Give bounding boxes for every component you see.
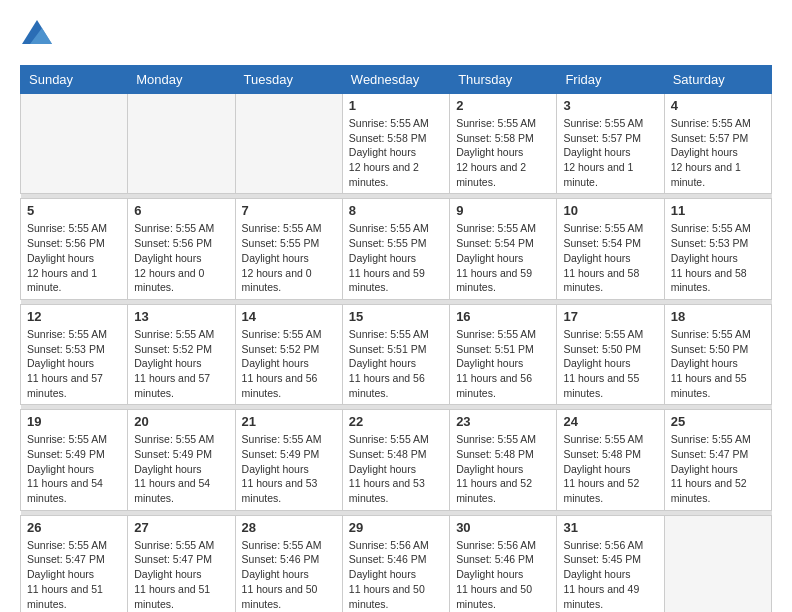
day-info: Sunrise: 5:55 AMSunset: 5:49 PMDaylight … — [27, 432, 121, 505]
day-number: 30 — [456, 520, 550, 535]
calendar-cell: 24Sunrise: 5:55 AMSunset: 5:48 PMDayligh… — [557, 410, 664, 510]
day-number: 26 — [27, 520, 121, 535]
day-info: Sunrise: 5:55 AMSunset: 5:57 PMDaylight … — [563, 116, 657, 189]
day-number: 9 — [456, 203, 550, 218]
day-info: Sunrise: 5:55 AMSunset: 5:51 PMDaylight … — [456, 327, 550, 400]
calendar-cell: 8Sunrise: 5:55 AMSunset: 5:55 PMDaylight… — [342, 199, 449, 299]
day-info: Sunrise: 5:56 AMSunset: 5:46 PMDaylight … — [349, 538, 443, 611]
day-number: 25 — [671, 414, 765, 429]
calendar-cell: 11Sunrise: 5:55 AMSunset: 5:53 PMDayligh… — [664, 199, 771, 299]
day-number: 23 — [456, 414, 550, 429]
logo — [20, 20, 52, 49]
calendar-week-row: 19Sunrise: 5:55 AMSunset: 5:49 PMDayligh… — [21, 410, 772, 510]
day-info: Sunrise: 5:55 AMSunset: 5:49 PMDaylight … — [242, 432, 336, 505]
logo-icon — [22, 20, 52, 44]
day-info: Sunrise: 5:55 AMSunset: 5:47 PMDaylight … — [27, 538, 121, 611]
day-info: Sunrise: 5:55 AMSunset: 5:48 PMDaylight … — [456, 432, 550, 505]
calendar-cell: 4Sunrise: 5:55 AMSunset: 5:57 PMDaylight… — [664, 94, 771, 194]
calendar-week-row: 1Sunrise: 5:55 AMSunset: 5:58 PMDaylight… — [21, 94, 772, 194]
day-number: 27 — [134, 520, 228, 535]
day-info: Sunrise: 5:55 AMSunset: 5:48 PMDaylight … — [563, 432, 657, 505]
calendar-cell: 2Sunrise: 5:55 AMSunset: 5:58 PMDaylight… — [450, 94, 557, 194]
day-info: Sunrise: 5:56 AMSunset: 5:45 PMDaylight … — [563, 538, 657, 611]
weekday-header-cell: Tuesday — [235, 66, 342, 94]
calendar-cell: 5Sunrise: 5:55 AMSunset: 5:56 PMDaylight… — [21, 199, 128, 299]
calendar-cell: 1Sunrise: 5:55 AMSunset: 5:58 PMDaylight… — [342, 94, 449, 194]
day-number: 15 — [349, 309, 443, 324]
day-number: 2 — [456, 98, 550, 113]
day-info: Sunrise: 5:55 AMSunset: 5:54 PMDaylight … — [456, 221, 550, 294]
calendar-cell: 9Sunrise: 5:55 AMSunset: 5:54 PMDaylight… — [450, 199, 557, 299]
weekday-header-cell: Thursday — [450, 66, 557, 94]
calendar-cell — [21, 94, 128, 194]
calendar-cell: 28Sunrise: 5:55 AMSunset: 5:46 PMDayligh… — [235, 515, 342, 612]
calendar-cell: 26Sunrise: 5:55 AMSunset: 5:47 PMDayligh… — [21, 515, 128, 612]
day-number: 19 — [27, 414, 121, 429]
calendar-cell: 13Sunrise: 5:55 AMSunset: 5:52 PMDayligh… — [128, 304, 235, 404]
calendar-cell: 6Sunrise: 5:55 AMSunset: 5:56 PMDaylight… — [128, 199, 235, 299]
day-info: Sunrise: 5:55 AMSunset: 5:58 PMDaylight … — [456, 116, 550, 189]
day-number: 1 — [349, 98, 443, 113]
day-number: 20 — [134, 414, 228, 429]
page-header — [20, 20, 772, 49]
day-number: 31 — [563, 520, 657, 535]
day-info: Sunrise: 5:55 AMSunset: 5:58 PMDaylight … — [349, 116, 443, 189]
day-number: 13 — [134, 309, 228, 324]
day-info: Sunrise: 5:55 AMSunset: 5:52 PMDaylight … — [134, 327, 228, 400]
weekday-header-cell: Sunday — [21, 66, 128, 94]
day-info: Sunrise: 5:55 AMSunset: 5:47 PMDaylight … — [671, 432, 765, 505]
calendar-cell: 14Sunrise: 5:55 AMSunset: 5:52 PMDayligh… — [235, 304, 342, 404]
weekday-header-cell: Saturday — [664, 66, 771, 94]
day-number: 18 — [671, 309, 765, 324]
calendar-cell — [235, 94, 342, 194]
calendar-cell — [128, 94, 235, 194]
day-number: 29 — [349, 520, 443, 535]
day-info: Sunrise: 5:55 AMSunset: 5:54 PMDaylight … — [563, 221, 657, 294]
day-number: 7 — [242, 203, 336, 218]
calendar-cell — [664, 515, 771, 612]
day-number: 28 — [242, 520, 336, 535]
day-number: 8 — [349, 203, 443, 218]
calendar-cell: 7Sunrise: 5:55 AMSunset: 5:55 PMDaylight… — [235, 199, 342, 299]
day-info: Sunrise: 5:56 AMSunset: 5:46 PMDaylight … — [456, 538, 550, 611]
calendar-cell: 19Sunrise: 5:55 AMSunset: 5:49 PMDayligh… — [21, 410, 128, 510]
day-info: Sunrise: 5:55 AMSunset: 5:52 PMDaylight … — [242, 327, 336, 400]
day-number: 17 — [563, 309, 657, 324]
day-number: 5 — [27, 203, 121, 218]
calendar-cell: 30Sunrise: 5:56 AMSunset: 5:46 PMDayligh… — [450, 515, 557, 612]
calendar-cell: 3Sunrise: 5:55 AMSunset: 5:57 PMDaylight… — [557, 94, 664, 194]
day-number: 16 — [456, 309, 550, 324]
calendar-cell: 15Sunrise: 5:55 AMSunset: 5:51 PMDayligh… — [342, 304, 449, 404]
calendar-cell: 12Sunrise: 5:55 AMSunset: 5:53 PMDayligh… — [21, 304, 128, 404]
day-info: Sunrise: 5:55 AMSunset: 5:55 PMDaylight … — [349, 221, 443, 294]
day-number: 6 — [134, 203, 228, 218]
weekday-header-cell: Wednesday — [342, 66, 449, 94]
day-info: Sunrise: 5:55 AMSunset: 5:50 PMDaylight … — [563, 327, 657, 400]
day-number: 10 — [563, 203, 657, 218]
weekday-header-row: SundayMondayTuesdayWednesdayThursdayFrid… — [21, 66, 772, 94]
day-info: Sunrise: 5:55 AMSunset: 5:47 PMDaylight … — [134, 538, 228, 611]
day-info: Sunrise: 5:55 AMSunset: 5:57 PMDaylight … — [671, 116, 765, 189]
calendar-cell: 17Sunrise: 5:55 AMSunset: 5:50 PMDayligh… — [557, 304, 664, 404]
calendar-week-row: 26Sunrise: 5:55 AMSunset: 5:47 PMDayligh… — [21, 515, 772, 612]
day-info: Sunrise: 5:55 AMSunset: 5:50 PMDaylight … — [671, 327, 765, 400]
calendar-cell: 20Sunrise: 5:55 AMSunset: 5:49 PMDayligh… — [128, 410, 235, 510]
calendar-table: SundayMondayTuesdayWednesdayThursdayFrid… — [20, 65, 772, 612]
day-info: Sunrise: 5:55 AMSunset: 5:55 PMDaylight … — [242, 221, 336, 294]
calendar-cell: 10Sunrise: 5:55 AMSunset: 5:54 PMDayligh… — [557, 199, 664, 299]
calendar-cell: 27Sunrise: 5:55 AMSunset: 5:47 PMDayligh… — [128, 515, 235, 612]
day-number: 21 — [242, 414, 336, 429]
calendar-cell: 25Sunrise: 5:55 AMSunset: 5:47 PMDayligh… — [664, 410, 771, 510]
day-info: Sunrise: 5:55 AMSunset: 5:49 PMDaylight … — [134, 432, 228, 505]
calendar-cell: 16Sunrise: 5:55 AMSunset: 5:51 PMDayligh… — [450, 304, 557, 404]
calendar-cell: 31Sunrise: 5:56 AMSunset: 5:45 PMDayligh… — [557, 515, 664, 612]
day-number: 12 — [27, 309, 121, 324]
day-info: Sunrise: 5:55 AMSunset: 5:53 PMDaylight … — [27, 327, 121, 400]
day-info: Sunrise: 5:55 AMSunset: 5:56 PMDaylight … — [27, 221, 121, 294]
day-number: 11 — [671, 203, 765, 218]
calendar-cell: 22Sunrise: 5:55 AMSunset: 5:48 PMDayligh… — [342, 410, 449, 510]
day-number: 24 — [563, 414, 657, 429]
day-info: Sunrise: 5:55 AMSunset: 5:48 PMDaylight … — [349, 432, 443, 505]
day-number: 22 — [349, 414, 443, 429]
calendar-cell: 23Sunrise: 5:55 AMSunset: 5:48 PMDayligh… — [450, 410, 557, 510]
